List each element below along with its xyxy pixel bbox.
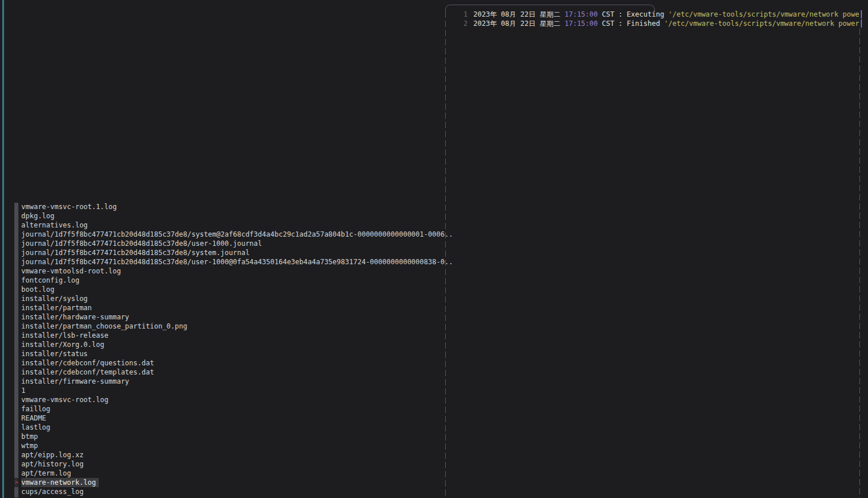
gutter-cell [14,377,18,386]
gutter-cell [14,423,18,432]
gutter-cell [14,368,18,377]
list-item[interactable]: installer/cdebconf/questions.dat [14,358,442,368]
list-item[interactable]: vmware-vmtoolsd-root.log [14,267,442,276]
list-item[interactable]: >vmware-network.log [14,478,442,487]
file-name: installer/syslog [21,294,91,303]
file-list: vmware-vmsvc-root.1.logdpkg.logalternati… [14,202,442,496]
list-item[interactable]: journal/1d7f5f8bc477471cb20d48d185c37de8… [14,248,442,257]
file-name: faillog [21,404,53,414]
gutter-cell [14,312,18,322]
list-item[interactable]: wtmp [14,441,442,450]
gutter-cell [14,340,18,349]
file-name: apt/history.log [21,460,86,469]
list-item[interactable]: dpkg.log [14,211,442,221]
file-name: vmware-vmsvc-root.log [21,395,111,404]
log-path: '/etc/vmware-tools/scripts/vmware/networ… [664,20,859,28]
preview-border-left [445,11,446,498]
file-name: journal/1d7f5f8bc477471cb20d48d185c37de8… [21,230,456,239]
gutter-cell [14,230,18,239]
gutter-cell [14,487,18,496]
list-item[interactable]: faillog [14,404,442,414]
list-item[interactable]: journal/1d7f5f8bc477471cb20d48d185c37de8… [14,230,442,239]
log-timezone: CST : [598,20,627,28]
log-path: '/etc/vmware-tools/scripts/vmware/networ… [668,10,859,18]
list-item[interactable]: boot.log [14,285,442,294]
list-item[interactable]: fontconfig.log [14,276,442,285]
gutter-cell [14,202,18,211]
pointer-icon: > [14,478,18,487]
file-list-panel: vmware-vmsvc-root.1.logdpkg.logalternati… [14,202,442,498]
list-item[interactable]: installer/partman_choose_partition_0.png [14,322,442,331]
list-item[interactable]: vmware-vmsvc-root.log [14,395,442,404]
list-item[interactable]: installer/firmware-summary [14,377,442,386]
list-item[interactable]: installer/lsb-release [14,331,442,340]
gutter-cell [14,267,18,276]
gutter-cell [14,331,18,340]
list-item[interactable]: README [14,414,442,423]
file-name: boot.log [21,285,57,294]
log-status: Executing [627,10,668,18]
list-item[interactable]: vmware-vmsvc-root.1.log [14,202,442,211]
preview-content: 12023年 08月 22日 星期二 17:15:00 CST : Execut… [446,10,863,28]
file-name: installer/partman [21,303,95,312]
file-name: installer/lsb-release [21,331,111,340]
log-date: 2023年 08月 22日 星期二 [473,20,565,28]
list-item[interactable]: installer/partman [14,303,442,312]
gutter-cell [14,404,18,414]
list-item[interactable]: installer/syslog [14,294,442,303]
file-name: installer/Xorg.0.log [21,340,107,349]
gutter-cell [14,257,18,267]
gutter-cell [14,432,18,441]
file-name: fontconfig.log [21,276,82,285]
file-name: 1 [21,386,28,395]
log-time: 17:15:00 [565,10,598,18]
file-name: lastlog [21,423,53,432]
list-item[interactable]: installer/hardware-summary [14,312,442,322]
file-name: journal/1d7f5f8bc477471cb20d48d185c37de8… [21,248,252,257]
preview-border-right [859,29,860,498]
file-name: vmware-vmtoolsd-root.log [21,267,124,276]
list-item[interactable]: apt/eipp.log.xz [14,450,442,460]
line-number: 2 [446,19,468,28]
list-item[interactable]: 1 [14,386,442,395]
file-name: vmware-vmsvc-root.1.log [21,202,119,211]
list-item[interactable]: installer/cdebconf/templates.dat [14,368,442,377]
file-name: apt/eipp.log.xz [21,450,86,460]
log-time: 17:15:00 [565,20,598,28]
gutter-cell [14,469,18,478]
file-name: installer/status [21,349,91,358]
gutter-cell [14,285,18,294]
gutter-cell [14,414,18,423]
list-item[interactable]: alternatives.log [14,221,442,230]
truncation-bar: │ [859,20,863,28]
file-name: wtmp [21,441,41,450]
list-item[interactable]: installer/Xorg.0.log [14,340,442,349]
log-line: 12023年 08月 22日 星期二 17:15:00 CST : Execut… [446,10,863,19]
file-name: installer/partman_choose_partition_0.png [21,322,190,331]
gutter-cell [14,239,18,248]
gutter-cell [14,221,18,230]
list-item[interactable]: cups/access_log [14,487,442,496]
gutter-cell [14,303,18,312]
list-item[interactable]: journal/1d7f5f8bc477471cb20d48d185c37de8… [14,239,442,248]
gutter-cell [14,441,18,450]
gutter-cell [14,211,18,221]
file-name: apt/term.log [21,469,74,478]
list-item[interactable]: installer/status [14,349,442,358]
gutter-cell [14,386,18,395]
file-name: dpkg.log [21,211,57,221]
file-name: cups/access_log [21,487,86,496]
file-name: journal/1d7f5f8bc477471cb20d48d185c37de8… [21,239,265,248]
gutter-cell [14,349,18,358]
gutter-cell [14,276,18,285]
list-item[interactable]: apt/term.log [14,469,442,478]
file-name: installer/cdebconf/templates.dat [21,368,157,377]
gutter-cell [14,460,18,469]
gutter-cell [14,294,18,303]
log-timezone: CST : [598,10,627,18]
list-item[interactable]: btmp [14,432,442,441]
list-item[interactable]: apt/history.log [14,460,442,469]
list-item[interactable]: lastlog [14,423,442,432]
list-item[interactable]: journal/1d7f5f8bc477471cb20d48d185c37de8… [14,257,442,267]
truncation-bar: │ [859,10,863,18]
